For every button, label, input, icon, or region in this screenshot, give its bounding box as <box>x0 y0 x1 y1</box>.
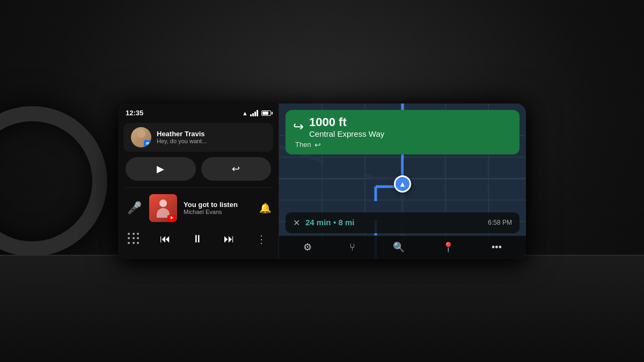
eta-distance: 8 mi <box>338 218 354 227</box>
music-card: 🎤 You got to listen Michael Evans 🔔 <box>118 190 279 226</box>
play-icon: ▶ <box>157 163 164 175</box>
settings-button[interactable]: ⚙ <box>300 238 315 256</box>
status-bar: 12:35 ▲ <box>118 104 279 121</box>
pause-button[interactable]: ⏸ <box>188 230 207 249</box>
map-panel: ▲ ↪ 1000 ft Central Express Way Then ↩ ✕… <box>279 104 526 259</box>
status-time: 12:35 <box>126 109 143 117</box>
previous-track-button[interactable]: ⏮ <box>156 230 175 249</box>
music-artist: Michael Evans <box>184 209 253 215</box>
message-text-area: Heather Travis Hey, do you want... <box>157 130 266 144</box>
status-icons: ▲ <box>242 110 271 116</box>
nav-then-row: Then ↩ <box>293 141 512 149</box>
svg-rect-20 <box>404 158 444 178</box>
reply-message-button[interactable]: ↩ <box>201 157 272 181</box>
message-preview: Hey, do you want... <box>157 138 266 144</box>
search-button[interactable]: 🔍 <box>390 238 408 256</box>
signal-icon <box>250 110 258 116</box>
eta-dot: • <box>333 218 338 227</box>
navigation-banner: ↪ 1000 ft Central Express Way Then ↩ <box>286 110 519 154</box>
map-controls-bar: ⚙ ⑂ 🔍 📍 ••• <box>279 235 526 259</box>
dashboard <box>0 255 644 362</box>
message-actions: ▶ ↩ <box>118 154 279 185</box>
infotainment-screen: 12:35 ▲ ✉ <box>118 104 526 259</box>
reply-icon: ↩ <box>232 163 240 175</box>
location-marker: ▲ <box>394 175 411 193</box>
youtube-badge <box>167 215 176 221</box>
nav-distance: 1000 ft <box>309 115 384 129</box>
next-track-button[interactable]: ⏭ <box>219 230 239 249</box>
avatar: ✉ <box>131 127 151 147</box>
play-message-button[interactable]: ▶ <box>126 157 196 181</box>
eta-banner: ✕ 24 min • 8 mi 6:58 PM <box>286 212 519 233</box>
google-mic-icon: 🎤 <box>127 201 142 215</box>
apps-grid-button[interactable] <box>126 231 143 248</box>
svg-rect-19 <box>323 158 364 178</box>
location-pin-button[interactable]: 📍 <box>439 238 457 256</box>
more-options-button[interactable]: ⋮ <box>252 230 271 249</box>
svg-rect-22 <box>323 180 364 199</box>
music-title: You got to listen <box>184 201 253 209</box>
route-options-button[interactable]: ⑂ <box>346 239 358 256</box>
microphone-area: 🎤 <box>126 200 143 217</box>
turn-icon: ↪ <box>293 119 304 134</box>
music-info: You got to listen Michael Evans <box>184 201 253 215</box>
svg-rect-24 <box>489 180 526 199</box>
more-map-options-button[interactable]: ••• <box>488 239 505 256</box>
wifi-icon: ▲ <box>242 110 248 116</box>
nav-then-label: Then <box>295 141 311 149</box>
location-arrow-icon: ▲ <box>399 180 406 188</box>
svg-rect-21 <box>447 158 487 178</box>
message-card: ✉ Heather Travis Hey, do you want... <box>123 123 273 152</box>
eta-arrival: 6:58 PM <box>488 219 512 226</box>
svg-rect-23 <box>447 180 487 199</box>
close-route-button[interactable]: ✕ <box>293 218 300 228</box>
bell-icon: 🔔 <box>259 202 271 214</box>
eta-time: 24 min <box>305 218 331 227</box>
left-panel: 12:35 ▲ ✉ <box>118 104 279 259</box>
message-badge: ✉ <box>144 140 151 147</box>
battery-icon <box>261 110 271 116</box>
message-sender: Heather Travis <box>157 130 266 138</box>
nav-then-icon: ↩ <box>314 141 321 149</box>
divider <box>126 187 271 188</box>
nav-street: Central Express Way <box>309 129 384 138</box>
playback-controls: ⏮ ⏸ ⏭ ⋮ <box>118 226 279 254</box>
album-art <box>149 194 177 222</box>
